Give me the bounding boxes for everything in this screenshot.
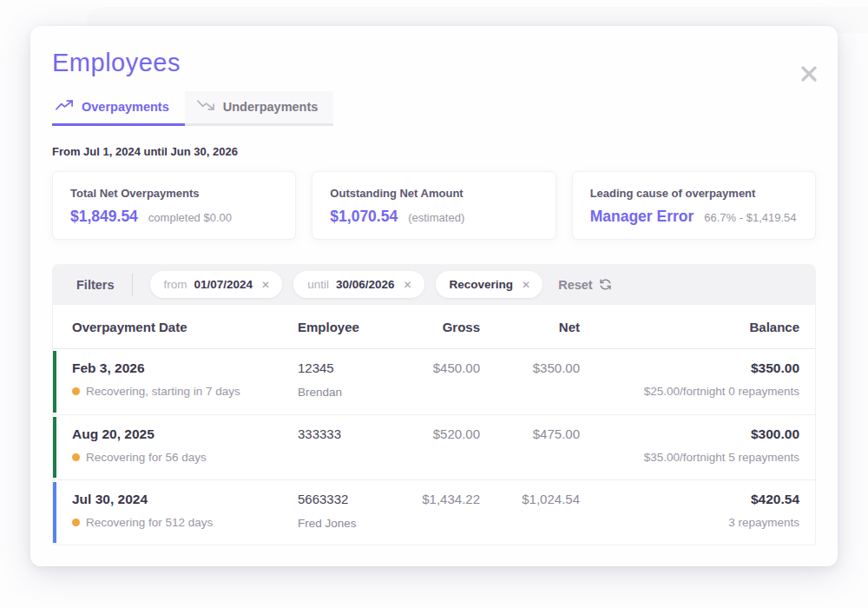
status-text: Recovering for 56 days [86, 451, 207, 464]
card-label: Total Net Overpayments [70, 187, 278, 200]
page-title: Employees [52, 49, 816, 77]
col-overpayment-date: Overpayment Date [72, 320, 298, 334]
status-dot-icon [72, 519, 80, 526]
chip-value: 01/07/2024 [194, 278, 253, 291]
balance-amount: $350.00 [580, 360, 799, 376]
chip-value: Recovering [450, 278, 514, 291]
balance-amount: $420.54 [580, 492, 799, 507]
close-icon[interactable] [798, 63, 820, 85]
reset-label: Reset [558, 278, 593, 292]
card-outstanding-net-amount: Outstanding Net Amount $1,070.54 (estima… [312, 171, 556, 240]
table-row[interactable]: Jul 30, 2024 Recovering for 512 days 566… [53, 479, 815, 545]
chip-remove-icon[interactable]: ✕ [261, 279, 270, 291]
col-balance: Balance [580, 320, 799, 334]
table-row[interactable]: Feb 3, 2026 Recovering, starting in 7 da… [53, 349, 815, 414]
employee-name: Brendan [298, 386, 402, 399]
filters-label: Filters [76, 278, 115, 292]
balance-detail: 3 repayments [580, 516, 799, 529]
card-label: Leading cause of overpayment [590, 187, 798, 200]
overpayment-date: Jul 30, 2024 [72, 492, 298, 507]
refresh-icon [599, 278, 612, 291]
status-text: Recovering, starting in 7 days [86, 385, 240, 398]
chip-prefix: until [307, 278, 329, 291]
overpayments-table: Overpayment Date Employee Gross Net Bala… [52, 305, 816, 545]
employee-name: Fred Jones [298, 517, 402, 530]
row-status-accent [53, 351, 56, 413]
tab-underpayments[interactable]: Underpayments [185, 91, 334, 126]
net-amount: $350.00 [480, 360, 580, 414]
gross-amount: $520.00 [402, 426, 480, 479]
card-leading-cause: Leading cause of overpayment Manager Err… [572, 171, 816, 240]
gross-amount: $1,434.22 [402, 492, 480, 545]
tab-label: Underpayments [223, 100, 319, 114]
employee-id: 5663332 [298, 492, 402, 506]
card-detail: 66.7% - $1,419.54 [704, 211, 796, 224]
trending-down-icon [197, 99, 215, 114]
balance-amount: $300.00 [580, 426, 799, 442]
net-amount: $475.00 [480, 426, 580, 479]
summary-cards: Total Net Overpayments $1,849.54 complet… [52, 171, 816, 240]
card-value: $1,849.54 [70, 208, 138, 226]
status-text: Recovering for 512 days [86, 516, 213, 529]
balance-detail: $35.00/fortnight 5 repayments [580, 451, 799, 464]
filter-chip[interactable]: from 01/07/2024 ✕ [150, 271, 283, 298]
filter-chip[interactable]: until 30/06/2026 ✕ [293, 271, 424, 298]
table-header: Overpayment Date Employee Gross Net Bala… [53, 305, 815, 349]
chip-remove-icon[interactable]: ✕ [404, 279, 412, 291]
card-value: $1,070.54 [330, 208, 398, 226]
balance-detail: $25.00/fortnight 0 repayments [580, 385, 799, 398]
trending-up-icon [56, 99, 74, 114]
chip-remove-icon[interactable]: ✕ [522, 279, 530, 291]
date-range-text: From Jul 1, 2024 until Jun 30, 2026 [52, 145, 816, 158]
tab-label: Overpayments [82, 100, 169, 114]
filter-chip[interactable]: Recovering ✕ [436, 271, 543, 298]
status-dot-icon [72, 387, 80, 395]
chip-prefix: from [164, 278, 187, 291]
chip-value: 30/06/2026 [336, 278, 395, 291]
net-amount: $1,024.54 [480, 492, 580, 545]
tab-overpayments[interactable]: Overpayments [52, 91, 185, 126]
employee-id: 333333 [298, 426, 402, 441]
col-employee: Employee [298, 320, 402, 334]
card-total-net-overpayments: Total Net Overpayments $1,849.54 complet… [52, 171, 296, 240]
card-label: Outstanding Net Amount [330, 187, 537, 200]
row-status-accent [53, 417, 56, 478]
overpayment-date: Aug 20, 2025 [72, 426, 298, 442]
col-gross: Gross [402, 320, 480, 334]
employees-modal: Employees Overpayments Underpayments Fro… [30, 26, 838, 566]
status-dot-icon [72, 453, 80, 461]
row-status-accent [53, 482, 56, 543]
tab-bar: Overpayments Underpayments [52, 91, 816, 126]
col-net: Net [480, 320, 580, 334]
table-row[interactable]: Aug 20, 2025 Recovering for 56 days 3333… [53, 414, 815, 479]
reset-button[interactable]: Reset [558, 278, 612, 292]
gross-amount: $450.00 [402, 360, 480, 414]
card-detail: completed $0.00 [148, 211, 232, 224]
filter-bar: Filters from 01/07/2024 ✕ until 30/06/20… [52, 264, 816, 305]
card-value[interactable]: Manager Error [590, 208, 694, 226]
employee-id: 12345 [298, 360, 402, 375]
overpayment-date: Feb 3, 2026 [72, 360, 298, 376]
filter-divider [132, 274, 133, 296]
card-detail: (estimated) [408, 211, 464, 224]
